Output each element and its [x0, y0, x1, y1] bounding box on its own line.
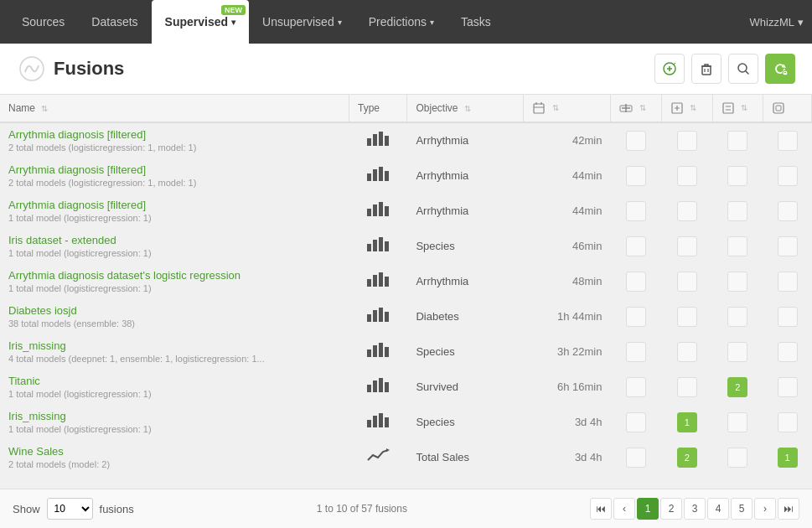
action-btn-4[interactable]: 1	[778, 448, 798, 468]
action-btn-2[interactable]	[677, 272, 697, 292]
row-name-link[interactable]: Arrythmia diagnosis [filtered]	[8, 163, 340, 176]
action-btn-1[interactable]	[626, 377, 646, 397]
nav-unsupervised[interactable]: Unsupervised ▾	[249, 0, 355, 44]
page-4-button[interactable]: 4	[707, 498, 729, 520]
svg-rect-41	[379, 378, 383, 392]
svg-rect-27	[367, 279, 371, 287]
action-btn-2[interactable]	[677, 236, 697, 256]
show-select[interactable]: 10 25 50	[47, 498, 93, 520]
nav-predictions[interactable]: Predictions ▾	[355, 0, 447, 44]
action-btn-4[interactable]	[778, 342, 798, 362]
action-btn-1[interactable]	[626, 448, 646, 468]
action-btn-2[interactable]: 1	[677, 412, 697, 432]
table-row: Arrythmia diagnosis [filtered] 2 total m…	[0, 122, 812, 158]
action-btn-1[interactable]	[626, 131, 646, 151]
action-btn-1[interactable]	[626, 412, 646, 432]
col-header-type[interactable]: Type	[349, 95, 407, 122]
action-btn-4[interactable]	[778, 201, 798, 221]
nav-whizzml[interactable]: WhizzML ▾	[750, 16, 804, 28]
action-btn-3[interactable]	[727, 307, 747, 327]
row-name-link[interactable]: Wine Sales	[8, 445, 340, 458]
col-header-action4[interactable]	[763, 95, 812, 122]
action-btn-2[interactable]	[677, 307, 697, 327]
action-btn-3[interactable]	[727, 272, 747, 292]
action-btn-3[interactable]: 2	[727, 377, 747, 397]
row-objective: Species	[407, 405, 524, 440]
nav-supervised[interactable]: NEW Supervised ▾	[152, 0, 249, 44]
col-header-objective[interactable]: Objective ⇅	[407, 95, 524, 122]
col-header-action1[interactable]: ⇅	[611, 95, 662, 122]
action-btn-3[interactable]	[727, 236, 747, 256]
search-button[interactable]	[728, 54, 758, 84]
action-btn-3[interactable]	[727, 166, 747, 186]
page-prev-button[interactable]: ‹	[613, 498, 635, 520]
row-sub-text: 38 total models (ensemble: 38)	[8, 318, 340, 329]
col-header-action2[interactable]: ⇅	[661, 95, 712, 122]
row-name-link[interactable]: Arrythmia diagnosis [filtered]	[8, 199, 340, 211]
delete-button[interactable]	[691, 54, 721, 84]
nav-datasets[interactable]: Datasets	[78, 0, 151, 44]
row-name-link[interactable]: Arrythmia diagnosis dataset's logistic r…	[8, 269, 340, 282]
page-2-button[interactable]: 2	[660, 498, 682, 520]
action-btn-2[interactable]	[677, 201, 697, 221]
action-btn-2[interactable]	[677, 166, 697, 186]
action-btn-3[interactable]	[727, 448, 747, 468]
action-btn-4[interactable]	[778, 377, 798, 397]
action-btn-1[interactable]	[626, 236, 646, 256]
row-sub-text: 1 total model (logisticregression: 1)	[8, 213, 340, 223]
page-1-button[interactable]: 1	[637, 498, 659, 520]
row-name-link[interactable]: Iris_missing	[8, 410, 340, 422]
row-sub-text: 1 total model (logisticregression: 1)	[8, 389, 340, 399]
action-btn-3[interactable]	[727, 412, 747, 432]
row-name-link[interactable]: Arrythmia diagnosis [filtered]	[8, 128, 340, 141]
row-time: 44min	[524, 158, 611, 194]
svg-rect-39	[367, 385, 371, 392]
row-name-link[interactable]: Diabetes iosjd	[8, 304, 340, 317]
action-btn-1[interactable]	[626, 272, 646, 292]
row-type	[349, 158, 407, 194]
action-btn-4[interactable]	[778, 272, 798, 292]
row-type	[349, 229, 407, 264]
action-btn-3[interactable]	[727, 342, 747, 362]
row-sub-text: 2 total models (logisticregression: 1, m…	[8, 142, 340, 153]
svg-rect-16	[373, 169, 377, 181]
row-name-link[interactable]: Iris dataset - extended	[8, 234, 340, 246]
page-first-button[interactable]: ⏮	[590, 498, 612, 520]
action-btn-3[interactable]	[727, 131, 747, 151]
col-header-time[interactable]: ⇅	[524, 95, 611, 122]
refresh-button[interactable]	[765, 54, 795, 84]
page-last-button[interactable]: ⏭	[778, 498, 799, 520]
col-header-action3[interactable]: ⇅	[712, 95, 763, 122]
row-name-link[interactable]: Iris_missing	[8, 339, 340, 352]
action-btn-1[interactable]	[626, 166, 646, 186]
action-btn-1[interactable]	[626, 307, 646, 327]
row-sub-text: 2 total models (model: 2)	[8, 459, 340, 469]
page-5-button[interactable]: 5	[731, 498, 753, 520]
action-btn-3[interactable]	[727, 201, 747, 221]
svg-rect-37	[379, 343, 383, 357]
action-btn-4[interactable]	[778, 131, 798, 151]
svg-rect-10	[776, 106, 781, 111]
action-btn-4[interactable]	[778, 412, 798, 432]
action-btn-2[interactable]	[677, 131, 697, 151]
action-btn-4[interactable]	[778, 236, 798, 256]
row-name-link[interactable]: Titanic	[8, 375, 340, 387]
add-fusion-button[interactable]	[654, 54, 685, 84]
nav-datasets-label: Datasets	[91, 15, 137, 28]
page-3-button[interactable]: 3	[684, 498, 706, 520]
footer: Show 10 25 50 fusions 1 to 10 of 57 fusi…	[0, 489, 812, 528]
action-btn-2[interactable]: 2	[677, 448, 697, 468]
svg-rect-5	[534, 104, 544, 113]
action-btn-1[interactable]	[626, 342, 646, 362]
row-time: 3d 4h	[524, 440, 611, 475]
action-btn-2[interactable]	[677, 342, 697, 362]
action-btn-2[interactable]	[677, 377, 697, 397]
new-badge: NEW	[221, 5, 246, 15]
action-btn-1[interactable]	[626, 201, 646, 221]
nav-tasks[interactable]: Tasks	[447, 0, 504, 44]
action-btn-4[interactable]	[778, 307, 798, 327]
col-header-name[interactable]: Name ⇅	[0, 95, 349, 122]
nav-sources[interactable]: Sources	[8, 0, 78, 44]
page-next-button[interactable]: ›	[754, 498, 776, 520]
action-btn-4[interactable]	[778, 166, 798, 186]
